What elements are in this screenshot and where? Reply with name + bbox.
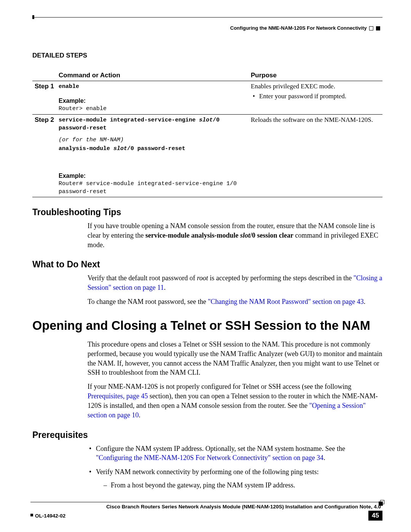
step1-command: enable [59,83,246,91]
step2-command-c: analysis-module slot/0 password-reset [59,145,246,153]
page-number: 45 [368,511,382,521]
table-row: Step 1 enable Example: Router> enable En… [32,81,382,115]
whatnext-p1: Verify that the default root password of… [88,273,382,292]
step1-purpose-bullet: Enter your password if prompted. [259,93,346,100]
heading-detailed-steps: DETAILED STEPS [32,52,382,59]
steps-table: Command or Action Purpose Step 1 enable … [32,70,382,197]
header-box-icon [369,26,373,30]
whatnext-p2: To change the NAM root password, see the… [88,297,382,307]
header-box-filled-icon [376,26,380,30]
footer-doc-number: OL-14942-02 [30,513,65,519]
heading-prerequisites: Prerequisites [32,430,382,440]
step2-command-b: password-reset [59,124,246,132]
main-p2: If your NME-NAM-120S is not properly con… [88,382,382,420]
list-subitem: From a host beyond the gateway, ping the… [104,481,382,490]
table-header-purpose: Purpose [249,70,382,81]
main-p1: This procedure opens and closes a Telnet… [88,340,382,377]
list-item: Verify NAM network connectivity by perfo… [96,467,382,490]
step2-purpose: Reloads the software on the NME-NAM-120S… [251,116,380,124]
footer-doc-title: Cisco Branch Routers Series Network Anal… [30,504,381,510]
heading-troubleshooting: Troubleshooting Tips [32,207,382,217]
step1-example-code: Router> enable [59,105,246,113]
example-label: Example: [59,173,246,179]
link-prerequisites[interactable]: Prerequisites, page 45 [88,392,148,400]
footer-box-filled-icon [379,502,383,506]
list-item: Configure the NAM system IP address. Opt… [96,444,382,463]
heading-what-next: What to Do Next [32,259,382,270]
troubleshooting-text: If you have trouble opening a NAM consol… [88,221,382,249]
step-label: Step 1 [32,81,56,115]
heading-main: Opening and Closing a Telnet or SSH Sess… [32,319,382,333]
table-row: Step 2 service-module integrated-service… [32,115,382,198]
step2-example-code: Router# service-module integrated-servic… [59,180,246,196]
step2-command-a: service-module integrated-service-engine… [59,116,246,124]
list-item: •Enter your password if prompted. [259,93,380,100]
step-label: Step 2 [32,115,56,198]
step2-paren: (or for the NM-NAM) [59,137,246,143]
link-configuring-nme[interactable]: "Configuring the NME-NAM-120S For Networ… [96,454,323,462]
step1-purpose: Enables privileged EXEC mode. [251,83,380,90]
page: Configuring the NME-NAM-120S For Network… [0,0,411,532]
running-header: Configuring the NME-NAM-120S For Network… [32,25,380,31]
page-footer: Cisco Branch Routers Series Network Anal… [30,502,382,521]
example-label: Example: [59,97,246,104]
table-header-command: Command or Action [56,70,249,81]
link-changing-root-pw[interactable]: "Changing the NAM Root Password" section… [208,298,364,305]
header-rule [32,15,382,23]
running-header-text: Configuring the NME-NAM-120S For Network… [230,25,367,31]
